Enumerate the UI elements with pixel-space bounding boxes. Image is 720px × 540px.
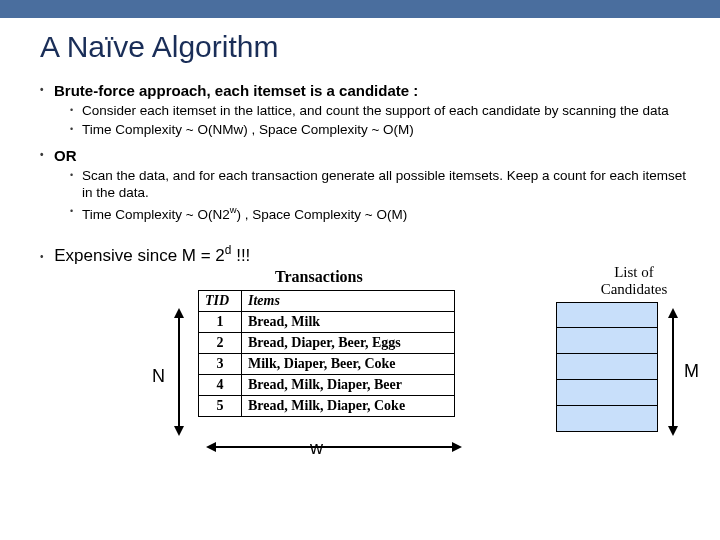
w-arrow (214, 446, 454, 448)
transactions-table: TIDItems 1Bread, Milk 2Bread, Diaper, Be… (198, 290, 455, 417)
table-row: 5Bread, Milk, Diaper, Coke (199, 395, 455, 416)
candidates-header: List of Candidates (584, 264, 684, 298)
bullet-scan-detail: Scan the data, and for each transaction … (70, 168, 690, 202)
bullet-list: Brute-force approach, each itemset is a … (40, 82, 690, 223)
n-arrow-up-icon (174, 308, 184, 318)
transactions-header: Transactions (275, 268, 363, 286)
n-arrow (178, 316, 180, 428)
col-tid: TID (199, 290, 242, 311)
table-row: 2Bread, Diaper, Beer, Eggs (199, 332, 455, 353)
diagram: Transactions N TIDItems 1Bread, Milk 2Br… (60, 266, 700, 486)
bullet-or: OR Scan the data, and for each transacti… (40, 147, 690, 223)
title-bar (0, 0, 720, 18)
text: ) , Space Complexity ~ O(M) (236, 206, 407, 221)
m-arrow-down-icon (668, 426, 678, 436)
bullet-brute-force-detail: Consider each itemset in the lattice, an… (70, 103, 690, 120)
table-row: 1Bread, Milk (199, 311, 455, 332)
n-arrow-down-icon (174, 426, 184, 436)
n-label: N (152, 366, 165, 387)
m-label: M (684, 361, 699, 382)
w-arrow-left-icon (206, 442, 216, 452)
slide-title: A Naïve Algorithm (40, 30, 690, 64)
text: Brute-force approach, each itemset is a … (54, 82, 418, 99)
slide-body: A Naïve Algorithm Brute-force approach, … (0, 18, 720, 486)
candidates-box (556, 302, 658, 432)
text: !!! (231, 246, 250, 265)
text: OR (54, 147, 77, 164)
text: Expensive since M = 2 (54, 246, 225, 265)
bullet-brute-force-complexity: Time Complexity ~ O(NMw) , Space Complex… (70, 122, 690, 139)
col-items: Items (242, 290, 455, 311)
bullet-brute-force: Brute-force approach, each itemset is a … (40, 82, 690, 139)
text: Time Complexity ~ O(N2 (82, 206, 230, 221)
table-row: 3Milk, Diaper, Beer, Coke (199, 353, 455, 374)
table-row: 4Bread, Milk, Diaper, Beer (199, 374, 455, 395)
m-arrow-up-icon (668, 308, 678, 318)
w-label: w (310, 438, 323, 459)
bullet-expensive: • Expensive since M = 2d !!! (40, 243, 690, 266)
bullet-scan-complexity: Time Complexity ~ O(N2w) , Space Complex… (70, 204, 690, 223)
w-arrow-right-icon (452, 442, 462, 452)
m-arrow (672, 316, 674, 428)
